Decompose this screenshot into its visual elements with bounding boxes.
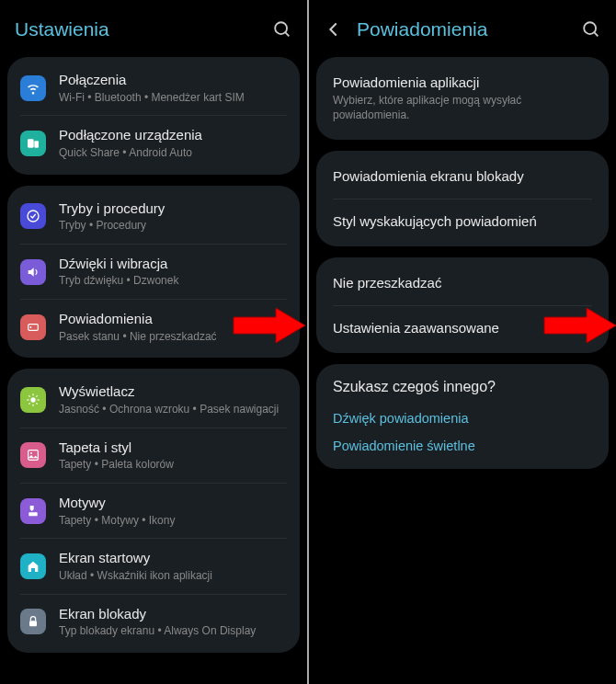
svg-line-15 [36, 395, 37, 396]
highlight-arrow-icon [232, 306, 305, 348]
looking-for-more: Szukasz czegoś innego?Dźwięk powiadomien… [316, 364, 609, 469]
display-icon [20, 387, 46, 413]
svg-point-6 [29, 326, 31, 328]
looking-for-title: Szukasz czegoś innego? [333, 377, 592, 405]
svg-rect-2 [28, 139, 34, 147]
related-link[interactable]: Dźwięk powiadomienia [333, 405, 592, 432]
row-subtitle: Układ • Wskaźniki ikon aplikacji [59, 568, 287, 584]
svg-line-14 [29, 403, 29, 404]
page-title: Ustawienia [15, 18, 109, 40]
wifi-icon [20, 75, 46, 101]
settings-row[interactable]: Podłączone urządzeniaQuick Share • Andro… [7, 116, 300, 170]
notif-row[interactable]: Powiadomienia ekranu blokady [316, 154, 609, 199]
lock-icon [20, 609, 46, 634]
row-title: Powiadomienia ekranu blokady [333, 167, 592, 186]
settings-row[interactable]: WyświetlaczJasność • Ochrona wzroku • Pa… [7, 372, 300, 427]
notif-row[interactable]: Nie przeszkadzać [316, 261, 609, 305]
search-icon[interactable] [272, 19, 292, 40]
svg-rect-5 [29, 324, 39, 330]
row-subtitle: Quick Share • Android Auto [59, 145, 287, 161]
svg-point-0 [275, 22, 287, 34]
search-icon[interactable] [581, 19, 601, 40]
themes-icon [20, 498, 46, 524]
wallpaper-icon [20, 442, 46, 468]
settings-row[interactable]: PowiadomieniaPasek stanu • Nie przeszkad… [7, 300, 300, 354]
highlight-arrow-icon [542, 306, 616, 348]
notif-row[interactable]: Powiadomienia aplikacjiWybierz, które ap… [316, 61, 609, 136]
settings-row[interactable]: Tryby i proceduryTryby • Procedury [7, 189, 300, 244]
svg-line-1 [285, 32, 289, 36]
notif-group: Powiadomienia ekranu blokadyStyl wyskaku… [316, 151, 609, 246]
row-title: Tryby i procedury [59, 200, 287, 218]
row-subtitle: Wybierz, które aplikacje mogą wysyłać po… [333, 93, 592, 124]
svg-rect-3 [34, 141, 39, 147]
row-title: Ekran blokady [59, 605, 287, 623]
related-link[interactable]: Powiadomienie świetlne [333, 432, 592, 460]
settings-row[interactable]: Tapeta i stylTapety • Paleta kolorów [7, 428, 300, 483]
notif-row[interactable]: Styl wyskakujących powiadomień [316, 200, 609, 244]
row-subtitle: Typ blokady ekranu • Always On Display [59, 623, 287, 639]
svg-line-21 [594, 32, 598, 36]
row-title: Podłączone urządzenia [59, 126, 287, 144]
svg-point-7 [30, 397, 35, 402]
row-title: Wyświetlacz [59, 382, 287, 401]
svg-point-20 [584, 22, 596, 34]
header: Ustawienia [0, 0, 307, 57]
settings-group: PołączeniaWi-Fi • Bluetooth • Menedżer k… [7, 57, 300, 175]
settings-row[interactable]: MotywyTapety • Motywy • Ikony [7, 484, 300, 538]
settings-group: WyświetlaczJasność • Ochrona wzroku • Pa… [7, 369, 300, 652]
settings-row[interactable]: Dźwięki i wibracjaTryb dźwięku • Dzwonek [7, 245, 300, 299]
notifications-screen: Powiadomienia Powiadomienia aplikacjiWyb… [309, 0, 616, 684]
row-title: Styl wyskakujących powiadomień [333, 212, 592, 231]
row-subtitle: Tapety • Paleta kolorów [59, 457, 287, 473]
settings-row[interactable]: PołączeniaWi-Fi • Bluetooth • Menedżer k… [7, 61, 300, 115]
row-title: Dźwięki i wibracja [59, 255, 287, 273]
row-title: Ekran startowy [59, 549, 287, 567]
page-title: Powiadomienia [357, 18, 487, 40]
modes-icon [20, 203, 46, 229]
settings-group: Tryby i proceduryTryby • ProceduryDźwięk… [7, 186, 300, 359]
row-subtitle: Tapety • Motywy • Ikony [59, 513, 287, 529]
notif-group: Nie przeszkadzaćUstawienia zaawansowane [316, 257, 609, 353]
row-subtitle: Wi-Fi • Bluetooth • Menedżer kart SIM [59, 90, 287, 106]
settings-screen: Ustawienia PołączeniaWi-Fi • Bluetooth •… [0, 0, 307, 684]
svg-line-13 [36, 403, 37, 404]
settings-row[interactable]: Ekran blokadyTyp blokady ekranu • Always… [7, 595, 300, 649]
notif-row[interactable]: Ustawienia zaawansowane [316, 306, 609, 350]
row-title: Motywy [59, 494, 287, 512]
row-subtitle: Tryby • Procedury [59, 218, 287, 234]
devices-icon [20, 131, 46, 156]
back-icon[interactable] [324, 19, 344, 40]
row-title: Połączenia [59, 71, 287, 89]
svg-rect-18 [29, 512, 37, 516]
row-subtitle: Jasność • Ochrona wzroku • Pasek nawigac… [59, 402, 287, 417]
svg-line-12 [29, 395, 29, 396]
notif-icon [20, 314, 46, 340]
header: Powiadomienia [309, 0, 616, 57]
svg-point-4 [28, 211, 39, 222]
row-title: Nie przeszkadzać [333, 274, 592, 292]
svg-rect-19 [29, 621, 37, 627]
row-subtitle: Tryb dźwięku • Dzwonek [59, 273, 287, 289]
home-icon [20, 553, 46, 579]
svg-point-17 [30, 452, 32, 454]
settings-row[interactable]: Ekran startowyUkład • Wskaźniki ikon apl… [7, 539, 300, 593]
row-title: Tapeta i styl [59, 439, 287, 457]
row-title: Powiadomienia aplikacji [333, 74, 592, 92]
svg-rect-16 [29, 450, 39, 461]
notif-group: Powiadomienia aplikacjiWybierz, które ap… [316, 57, 609, 140]
sound-icon [20, 259, 46, 285]
